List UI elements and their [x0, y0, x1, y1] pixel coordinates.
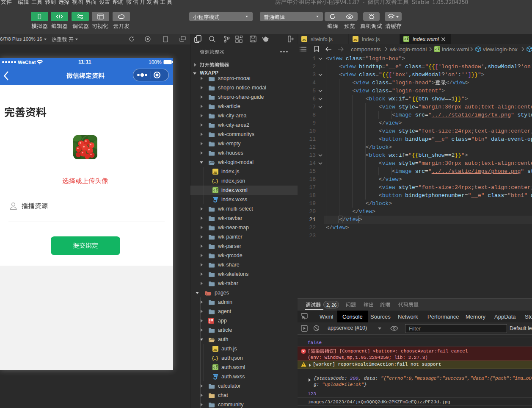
svg-text:JS: JS: [353, 39, 357, 42]
svg-text:{..}: {..}: [212, 355, 218, 361]
svg-text:{..}: {..}: [212, 178, 218, 183]
svg-text:JS: JS: [213, 171, 217, 174]
svg-text:JS: JS: [213, 348, 217, 351]
svg-text:JS: JS: [302, 39, 306, 42]
